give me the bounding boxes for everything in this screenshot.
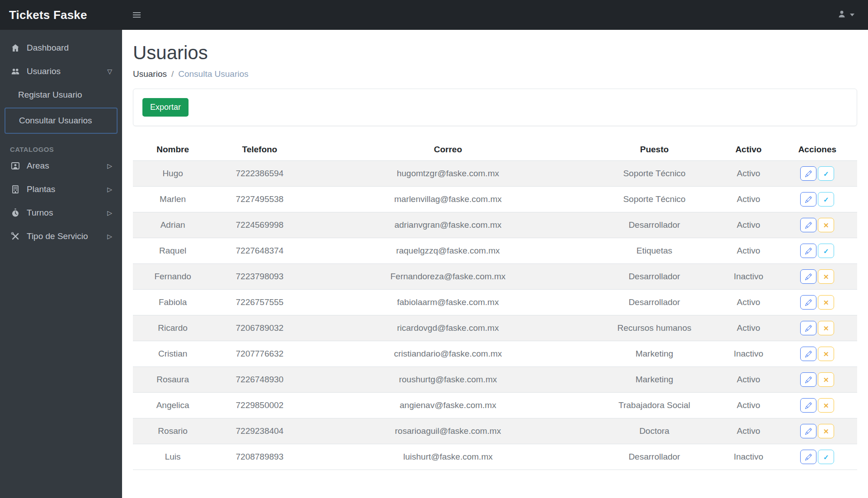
sidebar-item-plantas[interactable]: Plantas ▷ bbox=[5, 179, 118, 200]
user-phone: 7229850002 bbox=[212, 393, 307, 418]
user-email: adrianvgran@faske.com.mx bbox=[307, 212, 589, 238]
activate-check-button[interactable]: ✓ bbox=[818, 166, 834, 181]
user-name: Fabiola bbox=[133, 290, 212, 315]
pencil-icon bbox=[805, 428, 812, 435]
breadcrumb-link-usuarios[interactable]: Usuarios bbox=[133, 69, 167, 79]
user-status: Activo bbox=[720, 418, 778, 444]
export-button[interactable]: Exportar bbox=[142, 98, 189, 117]
user-phone: 7229238404 bbox=[212, 418, 307, 444]
tools-icon bbox=[10, 231, 21, 241]
row-actions: ✕ bbox=[778, 264, 857, 290]
row-actions: ✓ bbox=[778, 161, 857, 187]
deactivate-x-button[interactable]: ✕ bbox=[818, 424, 834, 438]
sidebar-item-registar-usuario[interactable]: Registar Usuario bbox=[5, 84, 118, 106]
user-icon bbox=[837, 9, 847, 21]
user-email: cristiandario@faske.com.mx bbox=[307, 341, 589, 367]
table-row: Luis 7208789893 luishurt@faske.com.mx De… bbox=[133, 444, 857, 470]
user-phone: 7208789893 bbox=[212, 444, 307, 470]
column-header-acciones: Acciones bbox=[778, 139, 857, 161]
user-role: Soporte Técnico bbox=[589, 187, 719, 212]
user-name: Luis bbox=[133, 444, 212, 470]
user-role: Doctora bbox=[589, 418, 719, 444]
sidebar-item-label: Usuarios bbox=[27, 66, 61, 76]
row-actions: ✕ bbox=[778, 315, 857, 341]
menu-toggle-icon[interactable] bbox=[129, 9, 144, 21]
sidebar-item-tipo-de-servicio[interactable]: Tipo de Servicio ▷ bbox=[5, 226, 118, 247]
table-row: Adrian 7224569998 adrianvgran@faske.com.… bbox=[133, 212, 857, 238]
edit-button[interactable] bbox=[800, 166, 816, 181]
edit-button[interactable] bbox=[800, 269, 816, 284]
edit-button[interactable] bbox=[800, 398, 816, 413]
person-card-icon bbox=[10, 161, 21, 171]
user-phone: 7206789032 bbox=[212, 315, 307, 341]
user-phone: 7227495538 bbox=[212, 187, 307, 212]
user-phone: 7207776632 bbox=[212, 341, 307, 367]
user-status: Activo bbox=[720, 187, 778, 212]
deactivate-x-button[interactable]: ✕ bbox=[818, 372, 834, 387]
row-actions: ✕ bbox=[778, 212, 857, 238]
toolbar-card: Exportar bbox=[133, 89, 857, 126]
user-email: rosarioaguil@faske.com.mx bbox=[307, 418, 589, 444]
user-phone: 7222386594 bbox=[212, 161, 307, 187]
user-status: Activo bbox=[720, 315, 778, 341]
chevron-right-icon: ▷ bbox=[107, 162, 112, 169]
sidebar-item-usuarios[interactable]: Usuarios ▽ bbox=[5, 61, 118, 82]
user-email: raquelgzzq@faske.com.mx bbox=[307, 238, 589, 264]
pencil-icon bbox=[805, 222, 812, 229]
pencil-icon bbox=[805, 170, 812, 177]
pencil-icon bbox=[805, 325, 812, 332]
deactivate-x-button[interactable]: ✕ bbox=[818, 269, 834, 284]
top-navbar: Tickets Faske bbox=[0, 0, 868, 30]
user-email: roushurtg@faske.com.mx bbox=[307, 367, 589, 393]
chevron-right-icon: ▷ bbox=[107, 186, 112, 193]
sidebar-item-dashboard[interactable]: Dashboard bbox=[5, 37, 118, 59]
chevron-down-icon bbox=[850, 14, 854, 16]
edit-button[interactable] bbox=[800, 321, 816, 335]
user-email: ricardovgd@faske.com.mx bbox=[307, 315, 589, 341]
deactivate-x-button[interactable]: ✕ bbox=[818, 321, 834, 335]
user-email: fabiolaarm@faske.com.mx bbox=[307, 290, 589, 315]
edit-button[interactable] bbox=[800, 218, 816, 232]
row-actions: ✓ bbox=[778, 238, 857, 264]
user-role: Recursos humanos bbox=[589, 315, 719, 341]
row-actions: ✕ bbox=[778, 418, 857, 444]
edit-button[interactable] bbox=[800, 424, 816, 438]
sidebar-item-consultar-usuarios[interactable]: Consultar Usuarios bbox=[5, 108, 118, 134]
user-role: Etiquetas bbox=[589, 238, 719, 264]
deactivate-x-button[interactable]: ✕ bbox=[818, 398, 834, 413]
user-name: Rosario bbox=[133, 418, 212, 444]
user-status: Activo bbox=[720, 290, 778, 315]
user-menu[interactable] bbox=[837, 9, 868, 21]
user-email: luishurt@faske.com.mx bbox=[307, 444, 589, 470]
sidebar-item-turnos[interactable]: Turnos ▷ bbox=[5, 202, 118, 224]
user-name: Angelica bbox=[133, 393, 212, 418]
user-role: Desarrollador bbox=[589, 264, 719, 290]
user-role: Marketing bbox=[589, 367, 719, 393]
pencil-icon bbox=[805, 299, 812, 306]
deactivate-x-button[interactable]: ✕ bbox=[818, 295, 834, 310]
sidebar-section-catalogos: CATALOGOS bbox=[10, 146, 122, 153]
user-role: Soporte Técnico bbox=[589, 161, 719, 187]
user-status: Activo bbox=[720, 393, 778, 418]
activate-check-button[interactable]: ✓ bbox=[818, 450, 834, 464]
home-icon bbox=[10, 43, 21, 53]
deactivate-x-button[interactable]: ✕ bbox=[818, 218, 834, 232]
user-status: Inactivo bbox=[720, 444, 778, 470]
pencil-icon bbox=[805, 454, 812, 460]
edit-button[interactable] bbox=[800, 347, 816, 361]
table-body: Hugo 7222386594 hugomtzgr@faske.com.mx S… bbox=[133, 161, 857, 470]
sidebar-item-areas[interactable]: Areas ▷ bbox=[5, 155, 118, 177]
deactivate-x-button[interactable]: ✕ bbox=[818, 347, 834, 361]
activate-check-button[interactable]: ✓ bbox=[818, 192, 834, 207]
user-email: Fernandoreza@faske.com.mx bbox=[307, 264, 589, 290]
table-header-row: Nombre Telefono Correo Puesto Activo Acc… bbox=[133, 139, 857, 161]
edit-button[interactable] bbox=[800, 244, 816, 258]
edit-button[interactable] bbox=[800, 295, 816, 310]
row-actions: ✓ bbox=[778, 444, 857, 470]
row-actions: ✕ bbox=[778, 367, 857, 393]
sidebar: Dashboard Usuarios ▽ Registar Usuario Co… bbox=[0, 30, 122, 498]
edit-button[interactable] bbox=[800, 450, 816, 464]
edit-button[interactable] bbox=[800, 192, 816, 207]
activate-check-button[interactable]: ✓ bbox=[818, 244, 834, 258]
edit-button[interactable] bbox=[800, 372, 816, 387]
